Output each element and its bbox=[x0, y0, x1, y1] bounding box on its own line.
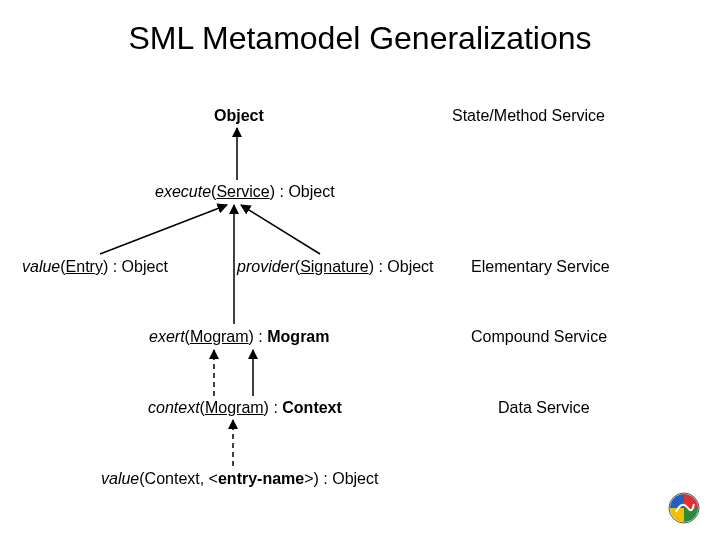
exert-mogram-node: exert(Mogram) : Mogram bbox=[149, 328, 330, 346]
elementary-service-label: Elementary Service bbox=[471, 258, 610, 276]
object-node: Object bbox=[214, 107, 264, 125]
provider-fn: provider bbox=[237, 258, 295, 275]
state-method-service-label: State/Method Service bbox=[452, 107, 605, 125]
exert-arg: Mogram bbox=[190, 328, 249, 345]
exert-ret: Mogram bbox=[267, 328, 329, 345]
arrow-value-entry-execute bbox=[100, 205, 227, 254]
provider-arg: Signature bbox=[300, 258, 369, 275]
exert-fn: exert bbox=[149, 328, 185, 345]
value-context-node: value(Context, <entry-name>) : Object bbox=[101, 470, 378, 488]
context-fn: context bbox=[148, 399, 200, 416]
value-entry-node: value(Entry) : Object bbox=[22, 258, 168, 276]
context-mogram-node: context(Mogram) : Context bbox=[148, 399, 342, 417]
value-entry-arg: Entry bbox=[66, 258, 103, 275]
slide: SML Metamodel Generalizations Object Sta… bbox=[0, 0, 720, 540]
slide-title: SML Metamodel Generalizations bbox=[0, 20, 720, 57]
value-ctx-arg: entry-name bbox=[218, 470, 304, 487]
value-ctx-fn: value bbox=[101, 470, 139, 487]
context-ret: Context bbox=[282, 399, 342, 416]
value-entry-fn: value bbox=[22, 258, 60, 275]
context-arg: Mogram bbox=[205, 399, 264, 416]
arrow-provider-execute bbox=[241, 205, 320, 254]
logo-icon bbox=[668, 492, 700, 524]
execute-service-node: execute(Service) : Object bbox=[155, 183, 335, 201]
data-service-label: Data Service bbox=[498, 399, 590, 417]
execute-fn: execute bbox=[155, 183, 211, 200]
compound-service-label: Compound Service bbox=[471, 328, 607, 346]
execute-arg: Service bbox=[216, 183, 269, 200]
provider-signature-node: provider(Signature) : Object bbox=[237, 258, 434, 276]
